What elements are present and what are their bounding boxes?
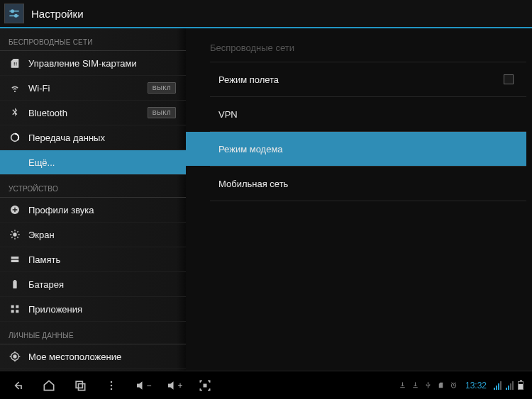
svg-rect-12	[16, 305, 18, 308]
main-panel: Беспроводные сети Режим полета VPN Режим…	[186, 28, 532, 371]
sidebar-item-datausage[interactable]: Передача данных	[0, 125, 186, 150]
sidebar-item-storage[interactable]: Память	[0, 247, 186, 272]
svg-rect-11	[11, 305, 14, 308]
svg-point-6	[13, 232, 16, 236]
svg-rect-10	[14, 280, 16, 281]
nav-left: − +	[3, 374, 220, 397]
download-icon	[411, 381, 420, 390]
minus-icon: −	[146, 381, 151, 390]
main-item-label: Режим полета	[218, 74, 504, 85]
main-item-label: VPN	[218, 109, 514, 120]
sd-card-icon	[437, 381, 445, 390]
battery-icon	[9, 278, 21, 291]
svg-rect-17	[76, 381, 82, 388]
volume-up-button[interactable]: +	[159, 374, 189, 397]
svg-point-1	[11, 10, 13, 12]
sidebar-item-sim[interactable]: Управление SIM-картами	[0, 51, 186, 76]
sidebar-item-label: Приложения	[28, 304, 179, 315]
screenshot-button[interactable]	[190, 374, 220, 397]
sidebar-item-label: Bluetooth	[28, 108, 148, 118]
sidebar-item-label: Память	[28, 254, 179, 265]
sidebar-item-battery[interactable]: Батарея	[0, 272, 186, 297]
section-wireless: БЕСПРОВОДНЫЕ СЕТИ	[0, 28, 186, 50]
sidebar-item-label: Управление SIM-картами	[28, 58, 179, 69]
recent-apps-button[interactable]	[65, 374, 95, 397]
sidebar-item-sound[interactable]: Профили звука	[0, 198, 186, 223]
settings-sidebar: БЕСПРОВОДНЫЕ СЕТИ Управление SIM-картами…	[0, 28, 186, 371]
svg-point-20	[111, 384, 113, 386]
sidebar-item-label: Экран	[28, 230, 179, 240]
menu-button[interactable]	[96, 374, 126, 397]
settings-app-icon	[4, 4, 24, 23]
svg-rect-22	[204, 384, 206, 386]
sound-icon	[9, 203, 21, 216]
sim-icon	[9, 57, 21, 69]
wifi-icon	[9, 82, 21, 94]
svg-rect-8	[11, 260, 19, 262]
section-personal: ЛИЧНЫЕ ДАННЫЕ	[0, 322, 186, 344]
svg-rect-18	[79, 383, 85, 390]
svg-rect-14	[16, 310, 18, 313]
system-navbar: − + 13:32	[0, 371, 532, 399]
main-item-mobile[interactable]: Мобильная сеть	[186, 167, 526, 201]
plus-icon: +	[177, 381, 182, 390]
sidebar-item-more[interactable]: Ещё...	[0, 150, 186, 175]
main-item-vpn[interactable]: VPN	[186, 97, 526, 131]
divider	[210, 201, 526, 201]
wifi-toggle[interactable]: ВЫКЛ	[148, 82, 176, 94]
signal-icon	[494, 381, 501, 390]
app-header: Настройки	[0, 0, 532, 28]
sidebar-item-label: Ещё...	[28, 157, 179, 168]
svg-point-3	[15, 15, 17, 17]
section-device: УСТРОЙСТВО	[0, 175, 186, 197]
airplane-checkbox[interactable]	[504, 74, 514, 84]
svg-rect-7	[11, 257, 19, 259]
data-usage-icon	[9, 131, 21, 144]
sidebar-item-label: Wi-Fi	[28, 83, 148, 94]
battery-icon	[518, 381, 523, 390]
sidebar-item-bluetooth[interactable]: Bluetooth ВЫКЛ	[0, 101, 186, 125]
sidebar-item-label: Мое местоположение	[28, 352, 179, 362]
svg-rect-9	[13, 281, 16, 288]
sidebar-item-apps[interactable]: Приложения	[0, 297, 186, 322]
sidebar-item-location[interactable]: Мое местоположение	[0, 344, 186, 369]
usb-icon	[424, 381, 433, 390]
signal-icon	[506, 381, 514, 390]
svg-point-21	[111, 388, 113, 390]
volume-down-button[interactable]: −	[128, 374, 157, 397]
location-icon	[9, 350, 21, 363]
main-item-label: Режим модема	[218, 144, 514, 154]
sidebar-item-label: Профили звука	[28, 205, 179, 215]
back-button[interactable]	[3, 374, 33, 397]
sidebar-item-display[interactable]: Экран	[0, 223, 186, 247]
main-item-tethering[interactable]: Режим модема	[186, 132, 526, 166]
content: БЕСПРОВОДНЫЕ СЕТИ Управление SIM-картами…	[0, 28, 532, 371]
svg-point-15	[13, 355, 16, 358]
page-title: Настройки	[31, 8, 84, 20]
bluetooth-icon	[9, 106, 21, 119]
bluetooth-toggle[interactable]: ВЫКЛ	[148, 107, 176, 118]
storage-icon	[9, 253, 21, 266]
status-bar[interactable]: 13:32	[399, 381, 529, 390]
sidebar-item-label: Батарея	[28, 279, 179, 290]
sidebar-item-label: Передача данных	[28, 133, 179, 143]
apps-icon	[9, 303, 21, 315]
alarm-icon	[450, 381, 458, 390]
svg-point-19	[111, 381, 113, 383]
blank-icon	[9, 156, 21, 169]
download-icon	[399, 381, 407, 390]
main-section-header: Беспроводные сети	[186, 28, 526, 62]
main-item-airplane[interactable]: Режим полета	[186, 62, 526, 96]
clock: 13:32	[465, 381, 487, 390]
home-button[interactable]	[34, 374, 64, 397]
display-icon	[9, 228, 21, 241]
svg-rect-13	[11, 310, 14, 313]
main-item-label: Мобильная сеть	[218, 179, 514, 189]
sidebar-item-wifi[interactable]: Wi-Fi ВЫКЛ	[0, 76, 186, 101]
